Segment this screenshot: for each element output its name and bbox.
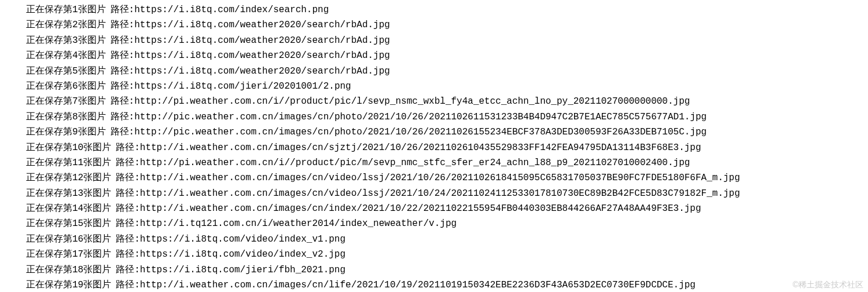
- log-prefix: 正在保存第10张图片: [26, 143, 111, 153]
- path-label: 路径:: [111, 112, 135, 122]
- log-line: 正在保存第12张图片路径:http://i.weather.com.cn/ima…: [26, 170, 868, 185]
- path-label: 路径:: [111, 5, 135, 15]
- log-prefix: 正在保存第13张图片: [26, 188, 111, 199]
- path-label: 路径:: [111, 127, 135, 137]
- log-prefix: 正在保存第18张图片: [26, 265, 111, 275]
- log-line: 正在保存第11张图片路径:http://pi.weather.com.cn/i/…: [26, 155, 868, 170]
- log-line: 正在保存第2张图片路径:https://i.i8tq.com/weather20…: [26, 17, 868, 32]
- path-label: 路径:: [116, 203, 140, 214]
- log-url: https://i.i8tq.com/jieri/fbh_2021.png: [140, 265, 345, 275]
- path-label: 路径:: [116, 280, 140, 290]
- log-url: http://i.weather.com.cn/images/cn/life/2…: [140, 280, 696, 290]
- log-url: http://i.weather.com.cn/images/cn/video/…: [140, 188, 740, 199]
- log-line: 正在保存第19张图片路径:http://i.weather.com.cn/ima…: [26, 278, 868, 292]
- log-prefix: 正在保存第1张图片: [26, 5, 106, 15]
- log-url: https://i.i8tq.com/weather2020/search/rb…: [134, 50, 390, 61]
- log-url: http://pic.weather.com.cn/images/cn/phot…: [134, 127, 707, 137]
- log-url: http://pi.weather.com.cn/i//product/pic/…: [134, 96, 690, 107]
- log-prefix: 正在保存第15张图片: [26, 218, 111, 229]
- log-url: https://i.i8tq.com/index/search.png: [134, 5, 329, 15]
- log-url: http://i.weather.com.cn/images/cn/video/…: [140, 173, 740, 183]
- watermark-text: ©稀土掘金技术社区: [793, 278, 863, 291]
- log-prefix: 正在保存第4张图片: [26, 50, 106, 61]
- log-line: 正在保存第15张图片路径:http://i.tq121.com.cn/i/wea…: [26, 216, 868, 231]
- log-prefix: 正在保存第3张图片: [26, 35, 106, 46]
- log-url: https://i.i8tq.com/weather2020/search/rb…: [134, 20, 390, 30]
- log-line: 正在保存第18张图片路径:https://i.i8tq.com/jieri/fb…: [26, 262, 868, 278]
- path-label: 路径:: [116, 249, 140, 260]
- path-label: 路径:: [111, 66, 135, 76]
- log-prefix: 正在保存第14张图片: [26, 203, 111, 214]
- log-prefix: 正在保存第12张图片: [26, 173, 111, 183]
- log-prefix: 正在保存第17张图片: [26, 249, 111, 260]
- log-prefix: 正在保存第7张图片: [26, 96, 106, 107]
- log-line: 正在保存第1张图片路径:https://i.i8tq.com/index/sea…: [26, 2, 868, 17]
- log-prefix: 正在保存第9张图片: [26, 127, 106, 137]
- path-label: 路径:: [111, 96, 135, 107]
- log-line: 正在保存第13张图片路径:http://i.weather.com.cn/ima…: [26, 186, 868, 201]
- log-prefix: 正在保存第19张图片: [26, 280, 111, 290]
- path-label: 路径:: [111, 35, 135, 46]
- path-label: 路径:: [111, 20, 135, 30]
- log-line: 正在保存第16张图片路径:https://i.i8tq.com/video/in…: [26, 232, 868, 247]
- log-line: 正在保存第10张图片路径:http://i.weather.com.cn/ima…: [26, 140, 868, 155]
- log-prefix: 正在保存第11张图片: [26, 158, 111, 168]
- log-prefix: 正在保存第2张图片: [26, 20, 106, 30]
- log-url: https://i.i8tq.com/weather2020/search/rb…: [134, 35, 390, 46]
- log-url: https://i.i8tq.com/weather2020/search/rb…: [134, 66, 390, 76]
- log-url: http://pic.weather.com.cn/images/cn/phot…: [134, 112, 707, 122]
- path-label: 路径:: [116, 173, 140, 183]
- log-prefix: 正在保存第6张图片: [26, 81, 106, 92]
- path-label: 路径:: [111, 50, 135, 61]
- path-label: 路径:: [116, 158, 140, 168]
- log-line: 正在保存第7张图片路径:http://pi.weather.com.cn/i//…: [26, 94, 868, 109]
- path-label: 路径:: [116, 143, 140, 153]
- path-label: 路径:: [111, 81, 135, 92]
- log-url: https://i.i8tq.com/video/index_v2.jpg: [140, 249, 345, 260]
- log-url: http://i.tq121.com.cn/i/weather2014/inde…: [140, 218, 457, 229]
- log-url: http://pi.weather.com.cn/i//product/pic/…: [140, 158, 690, 168]
- log-url: http://i.weather.com.cn/images/cn/index/…: [140, 203, 701, 214]
- log-url: https://i.i8tq.com/jieri/20201001/2.png: [134, 81, 351, 92]
- log-prefix: 正在保存第8张图片: [26, 112, 106, 122]
- log-line: 正在保存第8张图片路径:http://pic.weather.com.cn/im…: [26, 110, 868, 125]
- log-line: 正在保存第6张图片路径:https://i.i8tq.com/jieri/202…: [26, 79, 868, 94]
- log-prefix: 正在保存第16张图片: [26, 234, 111, 244]
- log-prefix: 正在保存第5张图片: [26, 66, 106, 76]
- log-url: http://i.weather.com.cn/images/cn/sjztj/…: [140, 143, 701, 153]
- path-label: 路径:: [116, 265, 140, 275]
- log-line: 正在保存第14张图片路径:http://i.weather.com.cn/ima…: [26, 201, 868, 216]
- log-line: 正在保存第4张图片路径:https://i.i8tq.com/weather20…: [26, 48, 868, 63]
- log-line: 正在保存第3张图片路径:https://i.i8tq.com/weather20…: [26, 33, 868, 48]
- log-line: 正在保存第9张图片路径:http://pic.weather.com.cn/im…: [26, 125, 868, 140]
- log-line: 正在保存第5张图片路径:https://i.i8tq.com/weather20…: [26, 64, 868, 79]
- path-label: 路径:: [116, 234, 140, 244]
- log-line: 正在保存第17张图片路径:https://i.i8tq.com/video/in…: [26, 247, 868, 262]
- path-label: 路径:: [116, 188, 140, 199]
- log-url: https://i.i8tq.com/video/index_v1.png: [140, 234, 345, 244]
- path-label: 路径:: [116, 218, 140, 229]
- console-output: 正在保存第1张图片路径:https://i.i8tq.com/index/sea…: [26, 2, 868, 292]
